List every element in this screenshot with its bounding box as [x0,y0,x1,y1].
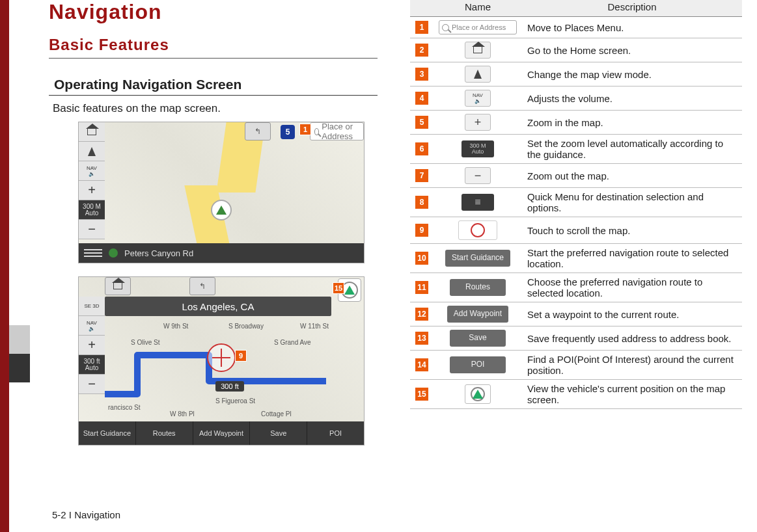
table-row: 12Add WaypointSet a waypoint to the curr… [410,302,742,326]
table-row: 2Go to the Home screen. [410,38,742,62]
description-cell: Quick Menu for destination selection and… [522,188,742,217]
street-label: S Broadway [228,323,264,330]
map-bottom-action-bar: Start Guidance Routes Add Waypoint Save … [79,421,364,445]
zoom-in-button[interactable]: + [79,336,105,355]
home-icon [113,283,122,289]
zoom-in-button[interactable]: + [79,181,105,200]
icon-cell: ≡ [434,188,522,217]
icon-cell: − [434,164,522,188]
compass-icon [465,66,491,83]
street-label: S Olive St [131,339,159,346]
add-waypoint-button[interactable]: Add Waypoint [193,421,251,445]
street-label: S Grand Ave [274,339,311,346]
callout-number: 6 [415,142,428,155]
table-row: 8≡Quick Menu for destination selection a… [410,188,742,217]
street-label: W 8th Pl [170,410,195,418]
volume-icon: NAV🔈 [465,90,491,107]
callout-number: 15 [415,388,428,401]
description-cell: Touch to scroll the map. [522,217,742,244]
search-icon [314,128,319,135]
description-cell: Find a POI(Point Of Interest) around the… [522,351,742,380]
map-topbar: ↰ [105,277,215,295]
icon-cell [434,38,522,62]
view-3d-button[interactable]: SE 3D [79,297,105,316]
destination-bar: Los Angeles, CA [105,297,331,316]
icon-cell: NAV🔈 [434,86,522,111]
description-cell: Move to Places Menu. [522,17,742,38]
col-desc: Description [522,0,742,17]
action-button-icon: Routes [450,279,506,296]
icon-cell [434,62,522,86]
compass-icon [88,147,96,156]
description-cell: Set the zoom level automatically accordi… [522,135,742,164]
description-cell: Adjusts the volume. [522,86,742,111]
direction-icon: ↰ [245,122,271,140]
callout-number: 3 [415,68,428,81]
table-row: 3Change the map view mode. [410,62,742,86]
callout-number: 1 [415,21,428,34]
scroll-crosshair-icon[interactable] [207,343,236,372]
map-side-column: NAV🔈 + 300 MAuto − [79,122,105,263]
zoom-in-icon: + [465,114,491,131]
home-button[interactable] [79,122,105,142]
start-guidance-button[interactable]: Start Guidance [79,421,136,445]
action-button-icon: Add Waypoint [447,306,508,323]
auto-zoom-button[interactable]: 300 ftAuto [79,355,105,375]
icon-cell: Start Guidance [434,244,522,273]
current-street-label: Peters Canyon Rd [124,248,193,258]
table-row: 6300 MAutoSet the zoom level automatical… [410,135,742,164]
quick-menu-button[interactable] [84,249,102,257]
map-side-column: SE 3D NAV🔈 + 300 ftAuto − [79,297,105,394]
description-cell: Change the map view mode. [522,62,742,86]
table-row: 9Touch to scroll the map. [410,217,742,244]
page-footer: 5-2 I Navigation [52,509,120,520]
description-cell: Save frequently used address to address … [522,326,742,351]
table-row: 7−Zoom out the map. [410,164,742,188]
description-cell: Go to the Home screen. [522,38,742,62]
icon-cell [434,217,522,244]
table-row: 15View the vehicle's current position on… [410,380,742,409]
street-label: rancisco St [108,404,140,411]
speaker-icon: 🔈 [89,326,95,332]
table-row: 11RoutesChoose the preferred navigation … [410,273,742,302]
icon-cell: Save [434,326,522,351]
compass-button[interactable] [79,142,105,161]
quick-menu-icon: ≡ [461,194,494,211]
search-placeholder: Place or Address [322,122,359,141]
left-red-margin [0,0,9,532]
side-tab-dark [9,354,30,382]
icon-cell: Add Waypoint [434,302,522,326]
icon-cell: POI [434,351,522,380]
callout-number: 7 [415,169,428,182]
table-row: 4NAV🔈Adjusts the volume. [410,86,742,111]
vehicle-position-icon [211,200,232,220]
search-field[interactable]: Place or Address [310,122,364,140]
callout-number: 13 [415,332,428,345]
map-bottom-bar: Peters Canyon Rd [79,243,364,263]
zoom-out-button[interactable]: − [79,220,105,239]
side-tab-light [9,325,30,354]
zoom-out-button[interactable]: − [79,375,105,394]
poi-button[interactable]: POI [307,421,364,445]
subheading: Operating Navigation Screen [49,77,378,96]
save-button[interactable]: Save [250,421,307,445]
icon-cell [434,380,522,409]
volume-button[interactable]: NAV🔈 [79,161,105,181]
home-icon [465,42,491,59]
callout-number: 14 [415,358,428,371]
route-shield-icon: 5 [281,125,295,139]
table-row: 10Start GuidanceStart the preferred navi… [410,244,742,273]
routes-button[interactable]: Routes [136,421,193,445]
description-cell: Set a waypoint to the current route. [522,302,742,326]
volume-button[interactable]: NAV🔈 [79,316,105,336]
action-button-icon: Start Guidance [445,250,510,267]
icon-cell: Routes [434,273,522,302]
street-label: S Figueroa St [215,397,255,405]
map-screenshot-2: ↰ SE 3D NAV🔈 + 300 ftAuto − Los Angeles,… [78,276,365,446]
callout-9: 9 [235,350,247,362]
description-cell: Zoom in the map. [522,111,742,135]
description-cell: Start the preferred navigation route to … [522,244,742,273]
home-button[interactable] [105,277,131,295]
icon-cell: 300 MAuto [434,135,522,164]
auto-zoom-button[interactable]: 300 MAuto [79,200,105,220]
